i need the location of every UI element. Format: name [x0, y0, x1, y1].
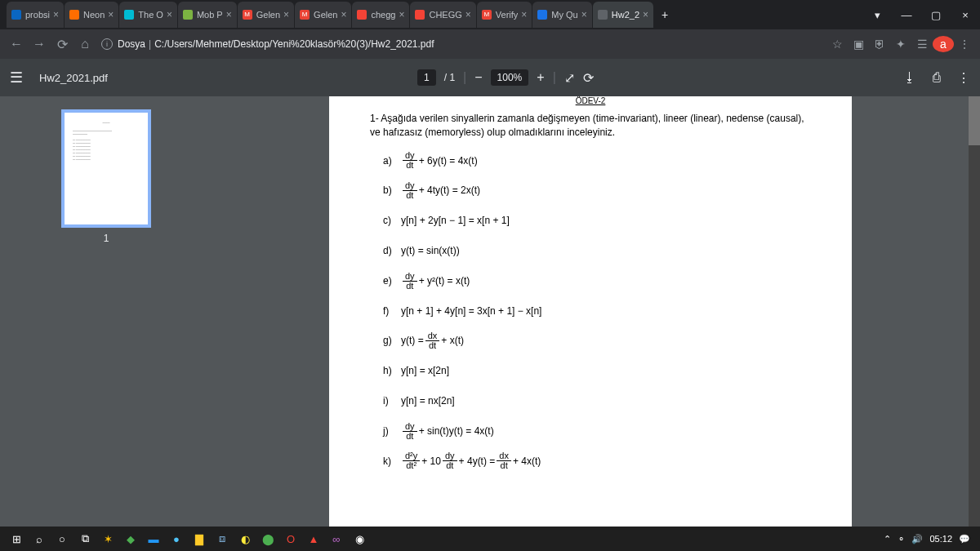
close-icon[interactable]: × — [521, 9, 527, 20]
tab-favicon — [69, 10, 79, 20]
bookmark-icon[interactable]: ☆ — [826, 38, 848, 51]
close-icon[interactable]: × — [341, 9, 346, 20]
tab-title: Verify — [496, 10, 519, 20]
scrollbar-thumb[interactable] — [969, 96, 980, 145]
file-explorer-icon[interactable]: ▇ — [188, 527, 211, 550]
file-name: Hw2_2021.pdf — [39, 72, 108, 84]
browser-tab[interactable]: MGelen× — [295, 2, 351, 28]
tab-favicon — [598, 10, 608, 20]
menu-icon[interactable]: ☰ — [10, 69, 23, 87]
eq-d: d)y(t) = sin(x(t)) — [383, 239, 811, 263]
zoom-out-button[interactable]: − — [474, 70, 482, 85]
tray-chevron-icon[interactable]: ⌃ — [884, 534, 891, 544]
store-icon[interactable]: ⧈ — [211, 527, 234, 550]
pdf-toolbar: ☰ Hw2_2021.pdf 1 / 1 | − 100% + | ⤢ ⟳ ⭳ … — [0, 59, 980, 96]
browser-tab[interactable]: CHEGG× — [410, 2, 475, 28]
document-area[interactable]: ÖDEV-2 1- Aşağıda verilen sinyallerin za… — [212, 96, 969, 527]
close-icon[interactable]: × — [466, 9, 471, 20]
tab-favicon — [124, 10, 134, 20]
close-icon[interactable]: × — [108, 9, 114, 20]
tab-title: Mob P — [197, 10, 223, 20]
tab-favicon — [11, 10, 21, 20]
eq-j: j)dydt+ sin(t)y(t) = 4x(t) — [383, 420, 811, 443]
minimize-button[interactable]: — — [892, 0, 921, 29]
page-thumbnail[interactable]: ——— —————————————————————— — —————— — ——… — [61, 109, 151, 228]
more-icon[interactable]: ⋮ — [957, 70, 970, 86]
profile-avatar[interactable]: a — [933, 36, 954, 52]
browser-tab[interactable]: The O× — [119, 2, 177, 28]
browser-tab[interactable]: Mob P× — [178, 2, 237, 28]
new-tab-button[interactable]: + — [654, 8, 675, 21]
url-field[interactable]: i Dosya | C:/Users/Mehmet/Desktop/Yeni%2… — [96, 38, 826, 50]
home-button[interactable]: ⌂ — [74, 37, 96, 51]
close-icon[interactable]: × — [643, 9, 648, 20]
close-icon[interactable]: × — [167, 9, 172, 20]
reload-button[interactable]: ⟳ — [51, 37, 74, 52]
window-controls: ▾ — ▢ × — [862, 0, 980, 29]
notifications-icon[interactable]: 💬 — [959, 534, 970, 544]
cast-icon[interactable]: ▣ — [848, 38, 869, 51]
volume-icon[interactable]: 🔊 — [911, 534, 923, 544]
address-actions: ☆ ▣ ⛨ ✦ ☰ a ⋮ — [826, 36, 975, 52]
page-current[interactable]: 1 — [417, 69, 436, 86]
print-icon[interactable]: ⎙ — [933, 70, 941, 86]
close-window-button[interactable]: × — [951, 0, 980, 29]
taskbar-app[interactable]: ◆ — [119, 527, 142, 550]
vs-icon[interactable]: ∞ — [325, 527, 348, 550]
acrobat-icon[interactable]: ▲ — [302, 527, 325, 550]
browser-tab[interactable]: MVerify× — [477, 2, 532, 28]
tab-title: Gelen — [256, 10, 280, 20]
tab-title: My Qu — [551, 10, 577, 20]
puzzle-icon[interactable]: ✦ — [890, 38, 911, 51]
site-info-icon[interactable]: i — [101, 38, 113, 50]
cortana-icon[interactable]: ○ — [51, 527, 74, 550]
back-button[interactable]: ← — [5, 37, 28, 51]
maximize-button[interactable]: ▢ — [921, 0, 951, 29]
doc-header: ÖDEV-2 — [370, 96, 811, 105]
taskbar-app[interactable]: ⬤ — [256, 527, 279, 550]
kebab-menu-icon[interactable]: ⋮ — [954, 38, 975, 51]
url-path: C:/Users/Mehmet/Desktop/Yeni%20klasör%20… — [154, 38, 434, 50]
zoom-in-button[interactable]: + — [537, 70, 544, 85]
task-view-icon[interactable]: ⧉ — [74, 527, 96, 550]
reading-list-icon[interactable]: ☰ — [911, 38, 933, 51]
thumbnail-sidebar: ——— —————————————————————— — —————— — ——… — [0, 96, 212, 527]
close-icon[interactable]: × — [399, 9, 404, 20]
taskbar-app[interactable]: ◐ — [234, 527, 256, 550]
close-icon[interactable]: × — [283, 9, 289, 20]
browser-tab[interactable]: MGelen× — [238, 2, 294, 28]
taskbar-app[interactable]: ● — [165, 527, 188, 550]
wifi-icon[interactable]: ⚬ — [898, 534, 905, 544]
taskbar-app[interactable]: ✶ — [96, 527, 119, 550]
browser-tab-active[interactable]: Hw2_2× — [593, 2, 653, 28]
close-icon[interactable]: × — [581, 9, 587, 20]
taskbar-app[interactable]: ▬ — [142, 527, 165, 550]
tab-strip: probsi× Neon× The O× Mob P× MGelen× MGel… — [0, 0, 980, 29]
clock[interactable]: 05:12 — [929, 534, 952, 544]
chrome-icon[interactable]: ◉ — [348, 527, 371, 550]
eq-f: f)y[n + 1] + 4y[n] = 3x[n + 1] − x[n] — [383, 300, 811, 323]
tab-title: Gelen — [314, 10, 337, 20]
download-icon[interactable]: ⭳ — [903, 70, 916, 86]
vertical-scrollbar[interactable] — [969, 96, 980, 527]
browser-tab[interactable]: Neon× — [65, 2, 118, 28]
close-icon[interactable]: × — [53, 9, 59, 20]
tab-favicon: M — [243, 10, 252, 20]
browser-tab[interactable]: My Qu× — [532, 2, 591, 28]
search-icon[interactable]: ⌕ — [28, 527, 51, 550]
fit-page-icon[interactable]: ⤢ — [564, 70, 575, 86]
close-icon[interactable]: × — [226, 9, 232, 20]
zoom-level[interactable]: 100% — [491, 69, 529, 86]
browser-tab[interactable]: probsi× — [7, 2, 64, 28]
tab-title: CHEGG — [429, 10, 461, 20]
browser-tab[interactable]: chegg× — [352, 2, 409, 28]
pdf-page: ÖDEV-2 1- Aşağıda verilen sinyallerin za… — [329, 96, 852, 527]
rotate-icon[interactable]: ⟳ — [583, 70, 594, 86]
page-total: / 1 — [444, 72, 455, 83]
eq-g: g)y(t) = dxdt+ x(t) — [383, 329, 811, 353]
forward-button[interactable]: → — [28, 37, 51, 51]
tab-search-icon[interactable]: ▾ — [862, 0, 892, 29]
opera-icon[interactable]: O — [279, 527, 302, 550]
start-button[interactable]: ⊞ — [5, 527, 28, 550]
shield-icon[interactable]: ⛨ — [869, 38, 890, 51]
